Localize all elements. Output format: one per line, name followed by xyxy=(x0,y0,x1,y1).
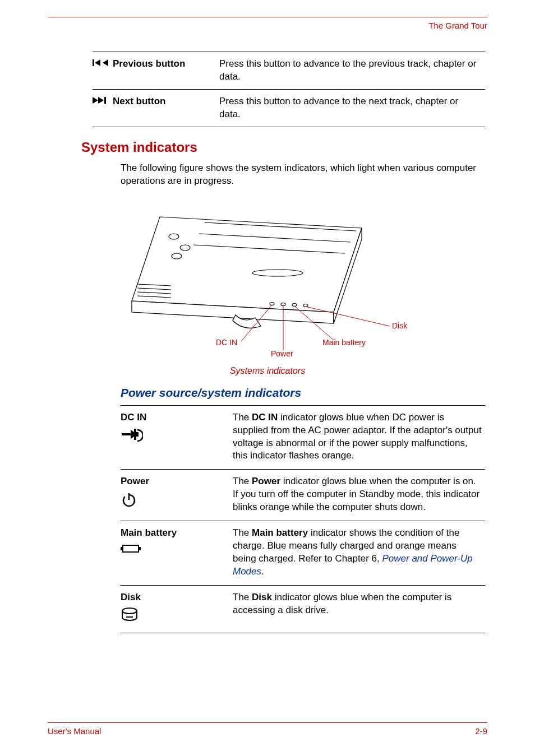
section-title: System indicators xyxy=(81,140,487,155)
table-row: DC IN The DC IN indicator glows blue whe… xyxy=(121,405,485,470)
svg-rect-26 xyxy=(123,545,139,552)
svg-rect-5 xyxy=(104,97,106,104)
indicator-name-main-battery: Main battery xyxy=(121,527,229,540)
indicator-desc-dcin: The DC IN indicator glows blue when DC p… xyxy=(233,405,485,470)
svg-marker-4 xyxy=(98,97,104,104)
indicator-desc-main-battery: The Main battery indicator shows the con… xyxy=(233,521,485,586)
indicator-name-power: Power xyxy=(121,475,229,488)
figure-label-dcin: DC IN xyxy=(216,338,237,347)
svg-marker-2 xyxy=(103,59,108,66)
indicator-name-dcin: DC IN xyxy=(121,411,229,424)
figure-label-main-battery: Main battery xyxy=(322,338,366,347)
previous-track-icon xyxy=(93,58,108,69)
table-row: Previous button Press this button to adv… xyxy=(93,52,485,90)
footer-left: User's Manual xyxy=(48,726,101,736)
svg-rect-0 xyxy=(93,59,94,66)
table-row: Power The Power indicator glows blue whe… xyxy=(121,470,485,521)
svg-point-17 xyxy=(281,303,285,305)
svg-point-10 xyxy=(180,245,190,251)
svg-point-9 xyxy=(169,234,179,239)
dc-in-icon xyxy=(121,428,229,447)
svg-marker-3 xyxy=(93,97,98,104)
svg-rect-27 xyxy=(121,547,123,550)
next-button-label: Next button xyxy=(113,89,219,127)
next-button-desc: Press this button to advance to the next… xyxy=(219,89,485,127)
indicator-desc-disk: The Disk indicator glows blue when the c… xyxy=(233,585,485,633)
svg-point-16 xyxy=(270,302,274,305)
system-indicators-figure: DC IN Power Main battery Disk xyxy=(121,194,435,363)
previous-button-desc: Press this button to advance to the prev… xyxy=(219,52,485,90)
table-row: Main battery The Main battery indicator … xyxy=(121,521,485,586)
svg-rect-28 xyxy=(139,547,141,550)
previous-button-label: Previous button xyxy=(113,52,219,90)
svg-point-29 xyxy=(122,608,137,614)
battery-icon xyxy=(121,543,229,558)
indicator-desc-power: The Power indicator glows blue when the … xyxy=(233,470,485,521)
table-row: Disk The Disk indicator glows blue when … xyxy=(121,585,485,633)
disk-icon xyxy=(121,607,229,626)
svg-point-18 xyxy=(292,303,297,306)
footer-page-number: 2-9 xyxy=(475,726,487,736)
figure-label-disk: Disk xyxy=(392,321,407,330)
table-row: Next button Press this button to advance… xyxy=(93,89,485,127)
indicator-name-disk: Disk xyxy=(121,591,229,604)
next-track-icon xyxy=(93,96,108,106)
figure-caption: Systems indicators xyxy=(48,366,487,376)
svg-point-19 xyxy=(303,304,308,307)
figure-label-power: Power xyxy=(271,349,293,358)
svg-point-11 xyxy=(172,253,182,259)
page-footer: User's Manual 2-9 xyxy=(48,722,487,736)
media-buttons-table: Previous button Press this button to adv… xyxy=(93,52,485,127)
power-icon xyxy=(121,491,229,512)
svg-marker-6 xyxy=(132,217,362,312)
svg-point-15 xyxy=(252,270,303,276)
subsection-title: Power source/system indicators xyxy=(121,386,487,400)
section-intro: The following figure shows the system in… xyxy=(121,162,482,188)
chapter-label: The Grand Tour xyxy=(48,21,487,30)
indicators-table: DC IN The DC IN indicator glows blue whe… xyxy=(121,405,485,633)
svg-marker-1 xyxy=(95,59,100,66)
